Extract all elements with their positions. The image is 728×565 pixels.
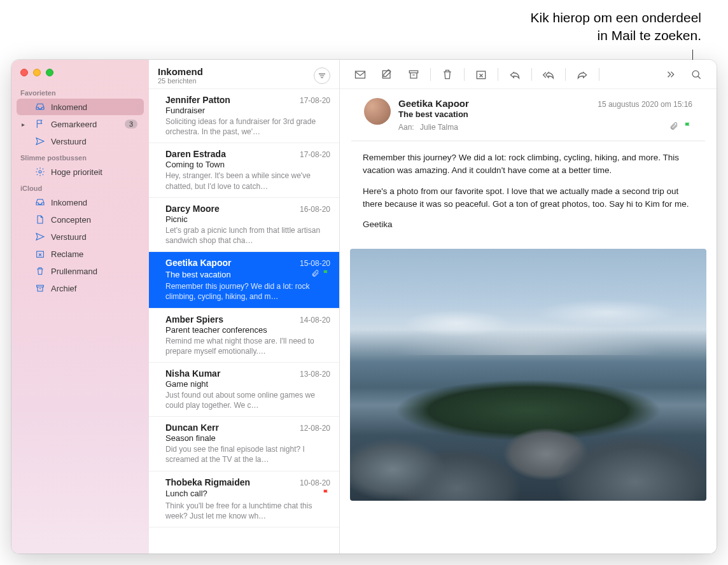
message-list-item[interactable]: Duncan Kerr12-08-20Season finaleDid you … — [149, 417, 339, 471]
toolbar — [340, 60, 717, 89]
sidebar-item-label: Verstuurd — [51, 137, 137, 146]
sidebar-section-favorites: Favorieten — [11, 85, 149, 98]
sent-icon — [34, 232, 46, 242]
mailbox-title: Inkomend — [158, 66, 203, 77]
inbox-icon — [34, 197, 46, 207]
sidebar-item-label: Archief — [51, 284, 137, 293]
message-sender: Thobeka Rigmaiden — [165, 477, 250, 487]
message-preview: Let's grab a picnic lunch from that litt… — [165, 225, 330, 246]
message-from: Geetika Kapoor — [398, 98, 469, 109]
callout-line-1: Kik hierop om een onderdeel — [447, 9, 701, 27]
message-date: 13-08-20 — [300, 370, 330, 379]
forward-button[interactable] — [570, 65, 595, 84]
message-to-value: Julie Talma — [420, 123, 458, 132]
sidebar-item-concepten[interactable]: Concepten — [17, 211, 144, 228]
inbox-icon — [34, 102, 46, 112]
more-button[interactable] — [657, 65, 682, 84]
flag-icon — [683, 122, 692, 133]
sidebar-item-verstuurd[interactable]: Verstuurd — [17, 133, 144, 150]
message-preview: Soliciting ideas for a fundraiser for 3r… — [165, 116, 330, 137]
message-sender: Darcy Moore — [165, 204, 220, 214]
sidebar-item-hoge-prioriteit[interactable]: Hoge prioriteit — [17, 164, 144, 180]
message-date: 17-08-20 — [300, 96, 330, 105]
junk-button[interactable] — [468, 65, 494, 84]
filter-button[interactable] — [314, 67, 330, 84]
reply-button[interactable] — [502, 65, 528, 84]
message-subject: The best vacation — [398, 109, 692, 119]
message-preview: Remember this journey? We did a lot: roc… — [165, 281, 330, 302]
message-sender: Daren Estrada — [165, 149, 226, 159]
sidebar-item-label: Concepten — [51, 215, 137, 225]
separator — [464, 68, 465, 81]
avatar — [364, 98, 391, 125]
mailbox-count: 25 berichten — [158, 77, 203, 85]
sidebar-item-label: Inkomend — [51, 198, 137, 207]
message-sender: Geetika Kapoor — [165, 258, 231, 268]
message-sender: Amber Spiers — [165, 314, 223, 324]
trash-button[interactable] — [435, 65, 460, 84]
badge: 3 — [125, 120, 137, 129]
message-body: Remember this journey? We did a lot: roc… — [340, 141, 717, 249]
sidebar-item-label: Gemarkeerd — [51, 120, 125, 129]
message-list-item[interactable]: Daren Estrada17-08-20Coming to TownHey, … — [149, 143, 339, 197]
sidebar-item-verstuurd[interactable]: Verstuurd — [17, 228, 144, 245]
message-list-item[interactable]: Amber Spiers14-08-20Parent teacher confe… — [149, 309, 339, 363]
sidebar-item-reclame[interactable]: Reclame — [17, 246, 144, 262]
message-list-item[interactable]: Jennifer Patton17-08-20FundraiserSolicit… — [149, 89, 339, 143]
flag-icon — [322, 269, 330, 280]
sidebar-section-smart: Slimme postbussen — [11, 150, 149, 163]
separator — [565, 68, 566, 81]
message-list-item[interactable]: Nisha Kumar13-08-20Game nightJust found … — [149, 363, 339, 417]
close-window-button[interactable] — [20, 69, 28, 76]
gear-icon — [34, 167, 46, 177]
message-date: 12-08-20 — [300, 424, 330, 433]
message-image — [350, 249, 706, 501]
sidebar-item-prullenmand[interactable]: Prullenmand — [17, 263, 144, 279]
message-list-item[interactable]: Geetika Kapoor15-08-20The best vacationR… — [149, 252, 339, 308]
message-paragraph: Remember this journey? We did a lot: roc… — [363, 151, 694, 178]
doc-icon — [34, 214, 46, 225]
trash-icon — [34, 266, 46, 276]
search-button[interactable] — [683, 65, 709, 84]
archive-icon — [34, 283, 46, 293]
message-sender: Nisha Kumar — [165, 368, 220, 379]
reply-all-button[interactable] — [536, 65, 561, 84]
compose-button[interactable] — [374, 65, 400, 84]
message-list: Jennifer Patton17-08-20FundraiserSolicit… — [149, 89, 339, 554]
message-preview: Hey, stranger. It's been a while since w… — [165, 171, 330, 191]
mail-window: Favorieten Inkomend▸Gemarkeerd3Verstuurd… — [11, 60, 717, 554]
chevron-right-icon: ▸ — [22, 121, 25, 128]
message-subject: Season finale — [165, 433, 326, 443]
message-list-item[interactable]: Thobeka Rigmaiden10-08-20Lunch call?Thin… — [149, 471, 339, 527]
message-list-item[interactable]: Darcy Moore16-08-20PicnicLet's grab a pi… — [149, 198, 339, 252]
message-subject: Game night — [165, 379, 326, 389]
separator — [498, 68, 498, 81]
message-subject: The best vacation — [165, 270, 307, 279]
flag-icon — [322, 488, 330, 499]
message-date: 14-08-20 — [300, 316, 330, 324]
envelope-button[interactable] — [347, 65, 373, 84]
zoom-window-button[interactable] — [46, 69, 53, 76]
message-sender: Duncan Kerr — [165, 422, 219, 433]
message-header: Geetika Kapoor 15 augustus 2020 om 15:16… — [351, 89, 705, 141]
message-date: 17-08-20 — [300, 150, 330, 159]
separator — [430, 68, 431, 81]
message-preview: Did you see the final episode last night… — [165, 444, 330, 464]
sidebar-item-inkomend[interactable]: Inkomend — [17, 99, 144, 115]
message-subject: Parent teacher conferences — [165, 325, 326, 335]
archive-button[interactable] — [401, 65, 426, 84]
attachment-icon — [669, 122, 678, 133]
message-date: 10-08-20 — [300, 478, 330, 487]
message-date: 15 augustus 2020 om 15:16 — [598, 100, 692, 109]
message-to-label: Aan: — [398, 123, 414, 132]
sidebar-item-inkomend[interactable]: Inkomend — [17, 194, 144, 211]
sidebar-item-label: Inkomend — [51, 102, 137, 112]
sidebar-item-archief[interactable]: Archief — [17, 280, 144, 296]
attachment-icon — [311, 269, 319, 280]
sidebar: Favorieten Inkomend▸Gemarkeerd3Verstuurd… — [11, 60, 149, 554]
sidebar-item-label: Reclame — [51, 249, 137, 259]
minimize-window-button[interactable] — [33, 69, 41, 76]
sidebar-item-gemarkeerd[interactable]: ▸Gemarkeerd3 — [17, 116, 144, 132]
message-subject: Coming to Town — [165, 160, 326, 169]
callout-text: Kik hierop om een onderdeel in Mail te z… — [447, 9, 701, 45]
